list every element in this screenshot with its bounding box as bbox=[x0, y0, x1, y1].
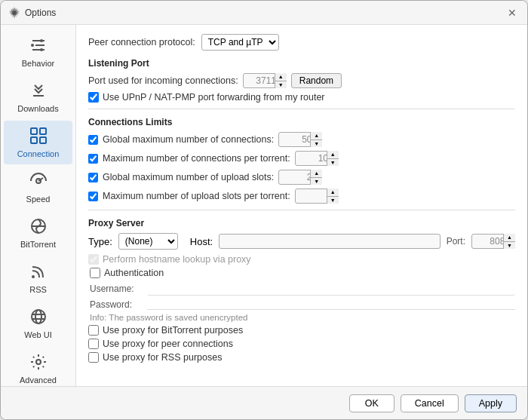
password-input[interactable] bbox=[147, 299, 515, 310]
sidebar-item-bittorrent[interactable]: BitTorrent bbox=[4, 211, 72, 255]
close-button[interactable]: ✕ bbox=[505, 5, 520, 20]
window-title: Options bbox=[25, 8, 56, 18]
proxy-port-label: Port: bbox=[447, 236, 465, 247]
peer-protocol-row: Peer connection protocol: TCP and µTPTCP… bbox=[88, 34, 515, 51]
conn-limit-inc-2[interactable]: ▲ bbox=[310, 170, 322, 178]
password-label: Password: bbox=[90, 299, 144, 310]
proxy-port-spinner: ▲ ▼ bbox=[471, 234, 515, 249]
svg-point-6 bbox=[40, 48, 43, 51]
proxy-port-inc[interactable]: ▲ bbox=[503, 234, 515, 242]
rss-icon bbox=[29, 262, 48, 284]
speed-icon bbox=[29, 172, 48, 193]
conn-limit-label-0[interactable]: Global maximum number of connections: bbox=[103, 134, 274, 145]
svg-point-17 bbox=[32, 310, 45, 323]
password-row: Password: bbox=[88, 299, 515, 310]
content-area: Behavior Downloads bbox=[1, 25, 527, 386]
random-port-button[interactable]: Random bbox=[291, 73, 342, 88]
sidebar-label-behavior: Behavior bbox=[22, 59, 54, 68]
sidebar-item-speed[interactable]: Speed bbox=[4, 166, 72, 210]
conn-limit-checkbox-1[interactable] bbox=[88, 154, 98, 164]
conn-limit-dec-2[interactable]: ▼ bbox=[310, 178, 322, 185]
svg-point-21 bbox=[36, 360, 41, 364]
conn-limit-spinner-2: ▲ ▼ bbox=[278, 170, 322, 185]
connection-limits-section: Connections Limits bbox=[88, 117, 515, 127]
conn-limit-checkbox-3[interactable] bbox=[88, 192, 98, 201]
proxy-host-input[interactable] bbox=[219, 234, 441, 249]
username-input[interactable] bbox=[147, 281, 515, 296]
conn-limit-row-3: Maximum number of upload slots per torre… bbox=[88, 189, 515, 204]
use-proxy-bt-label[interactable]: Use proxy for BitTorrent purposes bbox=[103, 325, 243, 336]
cancel-button[interactable]: Cancel bbox=[401, 394, 459, 412]
use-proxy-bt-row: Use proxy for BitTorrent purposes bbox=[88, 325, 515, 336]
use-proxy-rss-label[interactable]: Use proxy for RSS purposes bbox=[103, 352, 222, 363]
proxy-port-dec[interactable]: ▼ bbox=[503, 242, 515, 250]
svg-point-4 bbox=[31, 44, 34, 47]
hostname-lookup-row: Perform hostname lookup via proxy bbox=[88, 254, 515, 265]
svg-rect-8 bbox=[31, 128, 37, 134]
proxy-type-row: Type: (None) HTTP SOCKS4 SOCKS5 H bbox=[88, 233, 515, 250]
proxy-type-select[interactable]: (None) HTTP SOCKS4 SOCKS5 bbox=[118, 233, 178, 250]
conn-limit-label-2[interactable]: Global maximum number of upload slots: bbox=[103, 172, 274, 182]
conn-limit-dec-0[interactable]: ▼ bbox=[310, 140, 322, 148]
hostname-lookup-checkbox[interactable] bbox=[88, 254, 99, 265]
use-proxy-rss-row: Use proxy for RSS purposes bbox=[88, 352, 515, 363]
upnp-row: Use UPnP / NAT-PMP port forwarding from … bbox=[88, 92, 515, 103]
use-proxy-peer-row: Use proxy for peer connections bbox=[88, 339, 515, 349]
username-label: Username: bbox=[90, 284, 144, 294]
webui-icon bbox=[29, 308, 48, 329]
conn-limit-inc-1[interactable]: ▲ bbox=[327, 151, 339, 159]
footer: OK Cancel Apply bbox=[1, 386, 527, 419]
conn-limit-spinner-0: ▲ ▼ bbox=[278, 132, 322, 147]
apply-button[interactable]: Apply bbox=[465, 394, 517, 412]
svg-point-5 bbox=[40, 39, 43, 42]
conn-limit-label-1[interactable]: Maximum number of connections per torren… bbox=[103, 153, 290, 164]
ok-button[interactable]: OK bbox=[349, 394, 394, 412]
auth-label[interactable]: Authentication bbox=[104, 268, 164, 278]
proxy-host-label: Host: bbox=[190, 236, 213, 247]
peer-protocol-select[interactable]: TCP and µTPTCPµTP bbox=[201, 34, 279, 51]
main-panel: Peer connection protocol: TCP and µTPTCP… bbox=[76, 25, 527, 386]
conn-limit-inc-3[interactable]: ▲ bbox=[327, 189, 339, 197]
port-spinner: ▲ ▼ bbox=[243, 73, 287, 88]
conn-limit-checkbox-2[interactable] bbox=[88, 173, 98, 182]
listening-port-section: Listening Port bbox=[88, 58, 515, 69]
sidebar-item-advanced[interactable]: Advanced bbox=[4, 347, 72, 386]
sidebar-label-advanced: Advanced bbox=[20, 376, 57, 385]
conn-limit-label-3[interactable]: Maximum number of upload slots per torre… bbox=[103, 191, 290, 201]
sidebar-label-connection: Connection bbox=[17, 149, 60, 158]
upnp-label[interactable]: Use UPnP / NAT-PMP port forwarding from … bbox=[103, 92, 325, 103]
port-label: Port used for incoming connections: bbox=[88, 75, 238, 86]
svg-point-18 bbox=[35, 310, 41, 323]
bittorrent-icon bbox=[29, 217, 48, 238]
sidebar-item-webui[interactable]: Web UI bbox=[4, 302, 72, 345]
sidebar-item-behavior[interactable]: Behavior bbox=[4, 30, 72, 74]
advanced-icon bbox=[29, 353, 48, 374]
connection-icon bbox=[29, 127, 48, 148]
use-proxy-rss-checkbox[interactable] bbox=[88, 352, 99, 363]
proxy-type-label: Type: bbox=[88, 236, 112, 247]
upnp-checkbox[interactable] bbox=[88, 92, 99, 103]
auth-checkbox[interactable] bbox=[90, 268, 100, 278]
sidebar-label-speed: Speed bbox=[26, 195, 51, 204]
port-decrement[interactable]: ▼ bbox=[275, 81, 287, 89]
svg-rect-11 bbox=[40, 137, 46, 143]
sidebar-item-rss[interactable]: RSS bbox=[4, 256, 72, 300]
sidebar-item-connection[interactable]: Connection bbox=[4, 121, 72, 164]
conn-limit-inc-0[interactable]: ▲ bbox=[310, 132, 322, 140]
sidebar: Behavior Downloads bbox=[1, 25, 76, 386]
conn-limit-dec-1[interactable]: ▼ bbox=[327, 159, 339, 167]
use-proxy-peer-checkbox[interactable] bbox=[88, 339, 99, 349]
conn-limit-checkbox-0[interactable] bbox=[88, 135, 98, 145]
conn-limit-spinner-1: ▲ ▼ bbox=[295, 151, 339, 166]
conn-limit-spinner-3: ▲ ▼ bbox=[295, 189, 339, 204]
proxy-server-section: Proxy Server bbox=[88, 218, 515, 228]
svg-point-16 bbox=[32, 275, 35, 278]
conn-limit-row-0: Global maximum number of connections: ▲ … bbox=[88, 132, 515, 147]
use-proxy-bt-checkbox[interactable] bbox=[88, 325, 99, 336]
port-increment[interactable]: ▲ bbox=[275, 73, 287, 81]
sidebar-item-downloads[interactable]: Downloads bbox=[4, 75, 72, 119]
use-proxy-peer-label[interactable]: Use proxy for peer connections bbox=[103, 339, 233, 349]
app-icon bbox=[8, 7, 20, 19]
conn-limit-dec-3[interactable]: ▼ bbox=[327, 197, 339, 204]
svg-rect-10 bbox=[31, 137, 37, 143]
